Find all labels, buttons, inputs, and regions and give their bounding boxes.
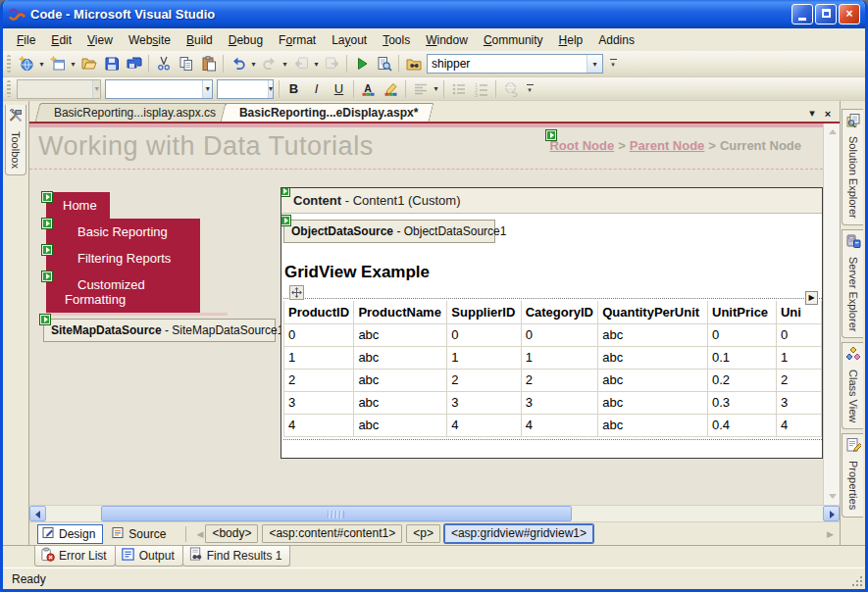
document-tab[interactable]: BasicReporting...eDisplay.aspx* bbox=[221, 103, 434, 122]
size-combobox[interactable] bbox=[217, 79, 274, 99]
find-results-label: Find Results 1 bbox=[207, 549, 282, 563]
size-combobox-input[interactable] bbox=[218, 82, 268, 96]
style-combobox-input[interactable] bbox=[18, 82, 92, 96]
smart-tag-button[interactable]: ▶ bbox=[805, 291, 818, 305]
tag-navigator-item[interactable]: <body> bbox=[205, 524, 258, 543]
error-list-tab[interactable]: Error List bbox=[34, 546, 116, 567]
font-combobox[interactable] bbox=[105, 79, 213, 99]
menu-addins[interactable]: Addins bbox=[590, 30, 642, 50]
breadcrumb-root-node[interactable]: Root Node bbox=[549, 138, 614, 153]
find-symbol-button[interactable] bbox=[373, 53, 395, 74]
font-color-button[interactable]: A bbox=[357, 78, 380, 100]
tag-navigator-item[interactable]: <p> bbox=[406, 524, 440, 543]
save-button[interactable] bbox=[100, 53, 123, 74]
nav-menu-footer bbox=[46, 313, 228, 316]
find-combobox-input[interactable] bbox=[428, 57, 587, 71]
scroll-up-icon[interactable] bbox=[826, 125, 839, 138]
toolbar-grip[interactable] bbox=[7, 80, 11, 96]
gridview-row: 1abc11abc0.11 bbox=[284, 346, 822, 369]
designer-vertical-scrollbar[interactable] bbox=[823, 123, 840, 505]
content-placeholder[interactable]: Content - Content1 (Custom) ObjectDataSo… bbox=[281, 187, 823, 459]
gridview-column-header: ProductID bbox=[284, 301, 354, 323]
close-document-icon[interactable]: × bbox=[820, 108, 836, 122]
menu-edit[interactable]: Edit bbox=[43, 30, 79, 50]
toolbar-grip[interactable] bbox=[7, 55, 11, 73]
italic-button[interactable]: I bbox=[305, 78, 328, 100]
add-item-dropdown-icon[interactable] bbox=[69, 53, 77, 74]
combobox-dropdown-icon[interactable] bbox=[587, 55, 602, 73]
nav-menu-item-customized-formatting[interactable]: Customized Formatting bbox=[46, 271, 200, 313]
aspnet-glyph-icon bbox=[42, 192, 52, 202]
tag-navigator-item[interactable]: <asp:content#content1> bbox=[262, 524, 402, 543]
menu-tools[interactable]: Tools bbox=[375, 30, 418, 50]
designer-horizontal-scrollbar[interactable] bbox=[29, 505, 840, 521]
resize-grip[interactable] bbox=[860, 584, 862, 586]
combobox-dropdown-icon[interactable] bbox=[202, 80, 212, 98]
tag-nav-right-icon[interactable]: ▶ bbox=[825, 525, 836, 543]
find-results-tab[interactable]: Find Results 1 bbox=[182, 546, 291, 567]
document-tab[interactable]: BasicReporting...isplay.aspx.cs bbox=[35, 103, 231, 122]
maximize-button[interactable] bbox=[815, 4, 837, 25]
object-datasource-control[interactable]: ObjectDataSource - ObjectDataSource1 bbox=[283, 220, 495, 243]
nav-menu-item-filtering-reports[interactable]: Filtering Reports bbox=[46, 245, 200, 271]
cut-button[interactable] bbox=[152, 53, 175, 74]
output-tab[interactable]: Output bbox=[115, 546, 183, 567]
paste-button[interactable] bbox=[197, 53, 220, 74]
paste-icon bbox=[201, 56, 217, 72]
nav-menu-item-home[interactable]: Home bbox=[46, 192, 110, 219]
open-button[interactable] bbox=[77, 53, 100, 74]
menu-layout[interactable]: Layout bbox=[324, 30, 375, 50]
new-website-button[interactable] bbox=[15, 53, 37, 74]
find-in-files-button[interactable] bbox=[402, 53, 425, 74]
menu-community[interactable]: Community bbox=[476, 30, 551, 50]
design-view-button[interactable]: Design bbox=[37, 524, 103, 544]
undo-button[interactable] bbox=[227, 53, 249, 74]
start-debug-button[interactable] bbox=[350, 53, 373, 74]
copy-button[interactable] bbox=[175, 53, 197, 74]
menu-build[interactable]: Build bbox=[179, 30, 221, 50]
menu-file[interactable]: File bbox=[9, 30, 43, 50]
bold-button[interactable]: B bbox=[282, 78, 305, 100]
aspnet-glyph-icon bbox=[546, 130, 556, 140]
nav-menu-item-basic-reporting[interactable]: Basic Reporting bbox=[46, 219, 200, 245]
scrollbar-track[interactable] bbox=[46, 506, 823, 521]
highlight-button[interactable] bbox=[380, 78, 402, 100]
gridview-control[interactable]: ▶ ProductIDProductNameSupplierIDCategory… bbox=[283, 298, 822, 440]
add-item-button[interactable] bbox=[46, 53, 69, 74]
move-handle-icon[interactable] bbox=[289, 285, 304, 300]
source-view-button[interactable]: Source bbox=[107, 524, 174, 544]
tag-nav-left-icon[interactable]: ◀ bbox=[194, 525, 205, 543]
active-files-dropdown-icon[interactable]: ▾ bbox=[804, 107, 820, 122]
toolbar-overflow-icon[interactable] bbox=[524, 78, 536, 100]
close-button[interactable]: × bbox=[839, 4, 860, 25]
find-combobox[interactable] bbox=[427, 54, 603, 74]
toolbar-overflow-icon[interactable] bbox=[607, 53, 619, 74]
combobox-dropdown-icon[interactable] bbox=[268, 80, 273, 98]
font-combobox-input[interactable] bbox=[106, 82, 202, 96]
properties-tab[interactable]: Properties bbox=[842, 433, 863, 517]
minimize-button[interactable] bbox=[791, 4, 813, 25]
menu-debug[interactable]: Debug bbox=[221, 30, 271, 50]
class-view-tab[interactable]: Class View bbox=[842, 342, 863, 429]
combobox-dropdown-icon[interactable] bbox=[92, 80, 100, 98]
server-explorer-tab[interactable]: Server Explorer bbox=[842, 229, 863, 338]
solution-explorer-tab[interactable]: Solution Explorer bbox=[842, 109, 863, 225]
style-combobox[interactable] bbox=[17, 79, 101, 99]
menu-window[interactable]: Window bbox=[418, 30, 476, 50]
scrollbar-thumb[interactable] bbox=[101, 506, 572, 521]
toolbox-tab[interactable]: Toolbox bbox=[5, 105, 26, 175]
save-all-button[interactable] bbox=[123, 53, 145, 74]
menu-format[interactable]: Format bbox=[271, 30, 324, 50]
menu-view[interactable]: View bbox=[79, 30, 121, 50]
underline-button[interactable]: U bbox=[328, 78, 350, 100]
menu-website[interactable]: Website bbox=[121, 30, 179, 50]
menu-help[interactable]: Help bbox=[551, 30, 591, 50]
breadcrumb-parent-node[interactable]: Parent Node bbox=[630, 138, 705, 153]
scroll-right-icon[interactable] bbox=[823, 506, 840, 521]
tag-navigator-item[interactable]: <asp:gridview#gridview1> bbox=[444, 524, 593, 543]
sitemap-datasource-control[interactable]: SiteMapDataSource - SiteMapDataSource1 bbox=[43, 319, 276, 342]
scroll-left-icon[interactable] bbox=[29, 506, 46, 521]
new-website-dropdown-icon[interactable] bbox=[37, 53, 46, 74]
undo-dropdown-icon[interactable] bbox=[249, 53, 258, 74]
scroll-down-icon[interactable] bbox=[826, 490, 839, 503]
